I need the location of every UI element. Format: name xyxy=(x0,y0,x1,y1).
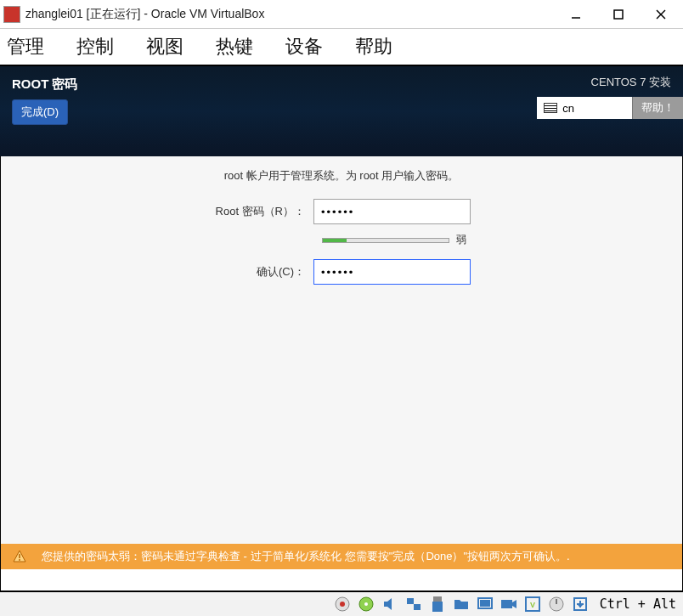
svg-rect-13 xyxy=(433,596,442,602)
svg-rect-16 xyxy=(480,600,490,607)
warning-text: 您提供的密码太弱：密码未通过字典检查 - 过于简单化/系统化 您需要按"完成（D… xyxy=(42,549,570,564)
distro-label: CENTOS 7 安装 xyxy=(537,75,671,90)
menu-control[interactable]: 控制 xyxy=(76,34,114,59)
anaconda-header: ROOT 密码 完成(D) CENTOS 7 安装 cn 帮助！ xyxy=(0,66,683,156)
recording-icon[interactable] xyxy=(500,595,518,613)
root-password-input[interactable] xyxy=(313,199,471,224)
network-icon[interactable] xyxy=(404,595,423,613)
instruction-text: root 帐户用于管理系统。为 root 用户输入密码。 xyxy=(1,168,682,184)
virtualbox-icon xyxy=(3,6,20,23)
warning-icon xyxy=(13,550,26,563)
password-strength-bar xyxy=(322,238,449,243)
shared-folders-icon[interactable] xyxy=(452,595,471,613)
cpu-icon[interactable] xyxy=(547,595,566,613)
minimize-button[interactable] xyxy=(557,0,595,29)
svg-point-6 xyxy=(19,559,20,561)
hard-disk-icon[interactable] xyxy=(333,595,352,613)
password-strength-fill xyxy=(323,239,347,242)
window-title: zhanglei01 [正在运行] - Oracle VM VirtualBox xyxy=(25,7,552,22)
svg-rect-12 xyxy=(414,604,421,610)
maximize-button[interactable] xyxy=(600,0,637,29)
svg-rect-1 xyxy=(614,10,623,19)
titlebar: zhanglei01 [正在运行] - Oracle VM VirtualBox xyxy=(0,0,683,29)
warning-bar: 您提供的密码太弱：密码未通过字典检查 - 过于简单化/系统化 您需要按"完成（D… xyxy=(1,544,682,569)
password-strength-label: 弱 xyxy=(456,233,466,247)
display-icon[interactable] xyxy=(476,595,494,613)
help-button[interactable]: 帮助！ xyxy=(632,97,683,119)
optical-disk-icon[interactable] xyxy=(357,595,375,613)
mouse-integration-icon[interactable] xyxy=(571,595,590,613)
vbox-statusbar: V Ctrl + Alt xyxy=(0,591,683,616)
main-panel: root 帐户用于管理系统。为 root 用户输入密码。 Root 密码（R）：… xyxy=(1,156,682,569)
confirm-password-input[interactable] xyxy=(313,259,471,285)
menubar: 管理 控制 视图 热键 设备 帮助 xyxy=(0,29,683,66)
menu-manage[interactable]: 管理 xyxy=(7,34,44,59)
menu-view[interactable]: 视图 xyxy=(146,34,183,59)
usb-icon[interactable] xyxy=(428,595,447,613)
host-key-label: Ctrl + Alt xyxy=(600,596,676,612)
menu-devices[interactable]: 设备 xyxy=(285,34,323,59)
svg-rect-14 xyxy=(432,602,443,612)
svg-point-8 xyxy=(340,602,345,607)
menu-help[interactable]: 帮助 xyxy=(355,34,392,59)
vrdp-icon[interactable]: V xyxy=(523,595,542,613)
close-button[interactable] xyxy=(642,0,680,29)
svg-rect-17 xyxy=(501,600,512,608)
confirm-password-label: 确认(C)： xyxy=(203,264,313,280)
root-password-label: Root 密码（R）： xyxy=(203,204,313,219)
keyboard-icon xyxy=(544,103,557,113)
menu-hotkey[interactable]: 热键 xyxy=(216,34,253,59)
keyboard-layout-value: cn xyxy=(562,102,574,115)
audio-icon[interactable] xyxy=(381,595,399,613)
svg-text:V: V xyxy=(530,601,535,609)
done-button[interactable]: 完成(D) xyxy=(12,99,68,125)
keyboard-layout-selector[interactable]: cn xyxy=(537,97,632,119)
svg-point-10 xyxy=(364,602,368,606)
svg-rect-11 xyxy=(407,598,414,604)
